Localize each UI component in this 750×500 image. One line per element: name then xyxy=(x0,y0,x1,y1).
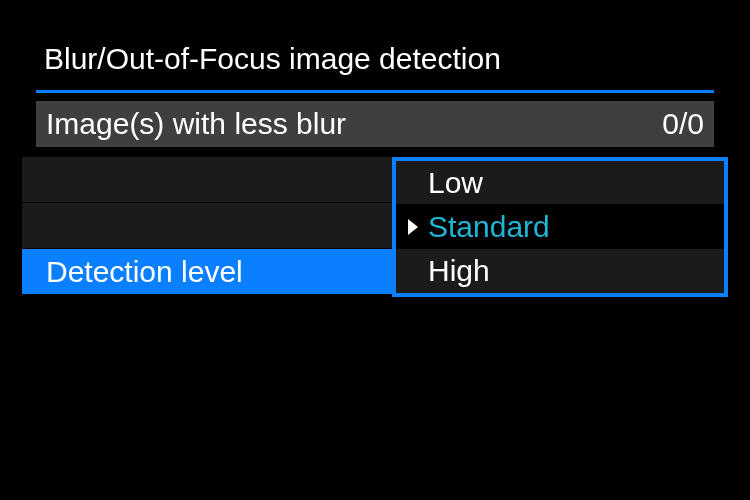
dropdown-option-low[interactable]: Low xyxy=(396,161,724,205)
dropdown-option-high[interactable]: High xyxy=(396,249,724,293)
page-title: Blur/Out-of-Focus image detection xyxy=(44,42,706,76)
status-label: Image(s) with less blur xyxy=(46,107,346,141)
status-value: 0/0 xyxy=(662,107,704,141)
camera-menu-screen: Blur/Out-of-Focus image detection Image(… xyxy=(22,30,728,470)
detection-level-dropdown: Low Standard High xyxy=(392,157,728,297)
detection-level-label: Detection level xyxy=(46,255,243,289)
title-area: Blur/Out-of-Focus image detection xyxy=(22,30,728,82)
title-underline xyxy=(36,90,714,93)
status-row: Image(s) with less blur 0/0 xyxy=(36,101,714,147)
menu-rows: Detection level Low Standard High xyxy=(22,157,728,295)
dropdown-option-standard[interactable]: Standard xyxy=(396,205,724,249)
